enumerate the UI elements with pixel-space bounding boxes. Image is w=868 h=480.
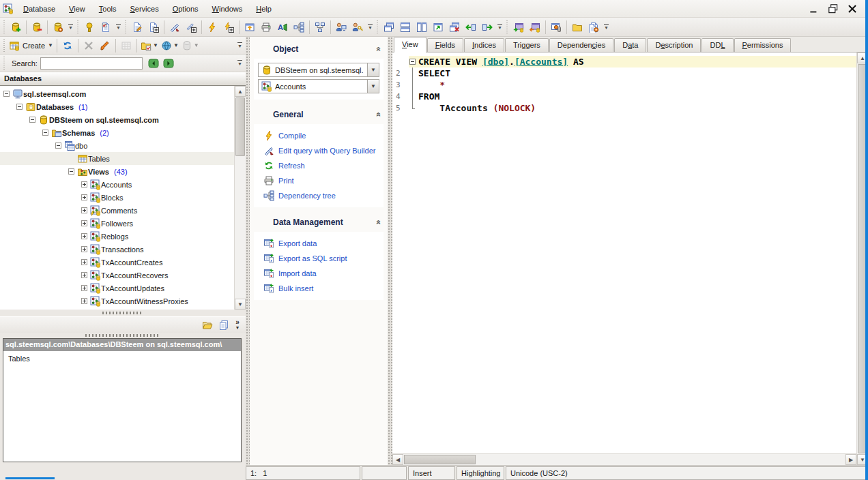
- tree-item-followers[interactable]: Followers: [0, 217, 234, 230]
- toolbar-overflow-button[interactable]: ▼: [602, 19, 611, 35]
- tab-fields[interactable]: Fields: [427, 38, 463, 52]
- service-manager-button[interactable]: [548, 19, 564, 35]
- refresh-link[interactable]: Refresh: [254, 158, 384, 173]
- tab-description[interactable]: Description: [647, 38, 701, 52]
- tree-item-blocks[interactable]: Blocks: [0, 191, 234, 204]
- more-buttons-button[interactable]: »▼: [232, 320, 243, 331]
- scroll-right-arrow[interactable]: ▶: [845, 454, 856, 465]
- restore-button[interactable]: [827, 3, 839, 14]
- tab-data[interactable]: Data: [614, 38, 646, 52]
- tree-item-txaccountrecovers[interactable]: TxAccountRecovers: [0, 269, 234, 282]
- tree-expander[interactable]: [3, 91, 10, 97]
- query-builder-button[interactable]: [167, 19, 183, 35]
- search-previous-button[interactable]: [147, 57, 160, 70]
- menu-help[interactable]: Help: [249, 1, 278, 16]
- tree-expander[interactable]: [68, 168, 74, 175]
- tree-expander[interactable]: [81, 272, 87, 278]
- toolbar-overflow-button[interactable]: ▼: [235, 55, 244, 72]
- tree-vertical-scrollbar[interactable]: ▲ ▼: [234, 86, 246, 310]
- scroll-down-arrow[interactable]: ▼: [235, 299, 246, 310]
- compile-button[interactable]: [204, 19, 220, 35]
- toolbar-grip[interactable]: [76, 20, 80, 34]
- toolbar-grip[interactable]: [124, 20, 128, 34]
- horizontal-splitter[interactable]: [0, 333, 246, 338]
- tree-expander[interactable]: [81, 207, 87, 213]
- next-window-button[interactable]: [479, 19, 495, 35]
- edit-colors-button[interactable]: [97, 38, 113, 54]
- tree-item-databases[interactable]: Databases(1): [0, 100, 234, 113]
- object-selector-combo[interactable]: Accounts▼: [258, 79, 379, 93]
- tree-item-txaccountupdates[interactable]: TxAccountUpdates: [0, 282, 234, 295]
- toolbar-overflow-button[interactable]: ▼: [495, 19, 504, 35]
- toolbar-grip[interactable]: [506, 20, 509, 34]
- dependency-tree-link[interactable]: Dependency tree: [254, 188, 384, 203]
- register-host-button[interactable]: [81, 19, 98, 35]
- refresh-button[interactable]: [59, 38, 76, 54]
- collapse-section-icon[interactable]: »: [374, 220, 384, 225]
- scroll-thumb[interactable]: [404, 455, 476, 464]
- dropdown-arrow-icon[interactable]: ▼: [153, 43, 158, 48]
- collapse-section-icon[interactable]: »: [374, 47, 384, 52]
- tab-view[interactable]: View: [394, 37, 426, 52]
- search-next-button[interactable]: [162, 57, 175, 70]
- export-as-sql-script-link[interactable]: Export as SQL script: [254, 251, 384, 266]
- print-link[interactable]: Print: [254, 173, 384, 188]
- copy-text-button[interactable]: [216, 317, 232, 333]
- new-procedure-button[interactable]: [220, 19, 237, 35]
- toolbar-overflow-button[interactable]: ▼: [66, 19, 75, 35]
- maximize-editor-button[interactable]: [430, 19, 446, 35]
- scroll-up-arrow[interactable]: ▲: [235, 86, 246, 97]
- grant-manager-button[interactable]: [349, 19, 366, 35]
- world-navigation-button[interactable]: ▼: [160, 38, 180, 54]
- toolbar-overflow-button[interactable]: ▼: [235, 38, 244, 54]
- tab-ddl[interactable]: DDL: [701, 38, 733, 52]
- register-database-button[interactable]: [98, 19, 114, 35]
- tab-triggers[interactable]: Triggers: [505, 38, 549, 52]
- tree-item-transactions[interactable]: Transactions: [0, 243, 234, 256]
- external-documents-button[interactable]: [585, 19, 602, 35]
- vertical-splitter[interactable]: [388, 37, 392, 465]
- dropdown-arrow-icon[interactable]: ▼: [173, 43, 179, 48]
- tree-expander[interactable]: [81, 194, 87, 200]
- export-metadata-button[interactable]: [242, 19, 258, 35]
- tree-item-txaccountcreates[interactable]: TxAccountCreates: [0, 256, 234, 269]
- toolbar-grip[interactable]: [376, 20, 379, 34]
- open-file-button[interactable]: [569, 19, 585, 35]
- minimize-button[interactable]: [808, 3, 820, 14]
- tree-item-tables[interactable]: Tables: [0, 152, 234, 165]
- dropdown-arrow-icon[interactable]: ▼: [194, 43, 199, 48]
- tree-expander[interactable]: [81, 298, 87, 304]
- previous-window-button[interactable]: [463, 19, 479, 35]
- menu-database[interactable]: Database: [16, 1, 62, 16]
- toolbar-overflow-button[interactable]: ▼: [114, 19, 123, 35]
- tree-item-sql-steemsql-com[interactable]: sql.steemsql.com: [0, 87, 234, 100]
- tile-vertical-button[interactable]: [414, 19, 430, 35]
- filter-folder-button[interactable]: ▼: [139, 38, 160, 54]
- menu-services[interactable]: Services: [123, 1, 165, 16]
- visual-schema-button[interactable]: [312, 19, 328, 35]
- combo-dropdown-button[interactable]: ▼: [367, 80, 379, 93]
- tree-item-dbsteem-on-sql-steemsql-com[interactable]: DBSteem on sql.steemsql.com: [0, 113, 234, 126]
- export-data-link[interactable]: Export data: [254, 236, 384, 251]
- import-table-data-button[interactable]: [510, 19, 527, 35]
- edit-query-with-query-builder-link[interactable]: Edit query with Query Builder: [254, 143, 384, 158]
- fold-margin[interactable]: [409, 56, 418, 68]
- tree-expander[interactable]: [55, 142, 61, 149]
- bulk-insert-link[interactable]: Bulk insert: [254, 281, 384, 296]
- edit-object-button[interactable]: [129, 19, 145, 35]
- export-table-data-button[interactable]: [527, 19, 543, 35]
- dropdown-arrow-icon[interactable]: ▼: [48, 43, 53, 48]
- editor-horizontal-scrollbar[interactable]: ◀ ▶: [392, 453, 856, 465]
- import-data-link[interactable]: Import data: [254, 266, 384, 281]
- tree-expander[interactable]: [81, 181, 87, 188]
- database-add-button[interactable]: [8, 19, 24, 35]
- scroll-thumb[interactable]: [235, 97, 245, 156]
- tree-expander[interactable]: [81, 233, 87, 239]
- tree-item-txaccountwitnessproxies[interactable]: TxAccountWitnessProxies: [0, 295, 234, 308]
- tree-item-dbo[interactable]: dbo: [0, 139, 234, 152]
- tree-expander[interactable]: [81, 285, 87, 291]
- close-all-windows-button[interactable]: [446, 19, 463, 35]
- tree-expander[interactable]: [42, 130, 48, 136]
- database-properties-button[interactable]: [50, 19, 66, 35]
- menu-tools[interactable]: Tools: [92, 1, 124, 16]
